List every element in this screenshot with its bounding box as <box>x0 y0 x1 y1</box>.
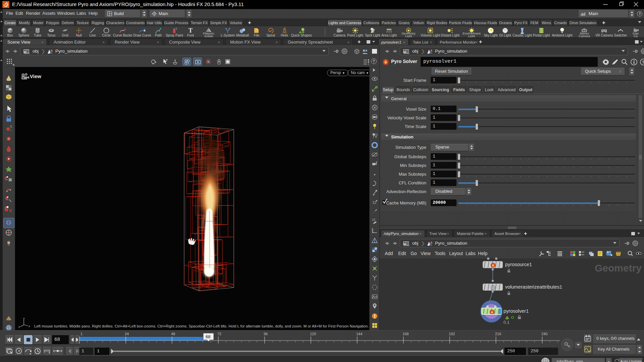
svg-text:12: 12 <box>372 218 375 221</box>
svg-text:?: ? <box>642 60 644 65</box>
svg-text:96: 96 <box>264 332 268 336</box>
svg-text:168: 168 <box>402 332 409 336</box>
svg-text:y: y <box>23 317 25 320</box>
svg-text:24: 24 <box>125 332 129 336</box>
svg-text:72: 72 <box>217 332 221 336</box>
svg-text:68: 68 <box>206 334 210 339</box>
svg-text:192: 192 <box>449 332 455 336</box>
svg-text:48: 48 <box>171 332 175 336</box>
svg-text:x: x <box>29 324 30 328</box>
svg-text:3: 3 <box>187 62 189 65</box>
svg-text:z: z <box>18 325 20 328</box>
svg-text:1: 1 <box>80 332 83 336</box>
svg-text:T: T <box>189 27 193 34</box>
svg-text:120: 120 <box>310 332 316 336</box>
svg-text:144: 144 <box>356 332 362 336</box>
svg-text:240: 240 <box>541 332 547 336</box>
svg-text:12: 12 <box>372 200 376 204</box>
svg-text:216: 216 <box>495 332 501 336</box>
